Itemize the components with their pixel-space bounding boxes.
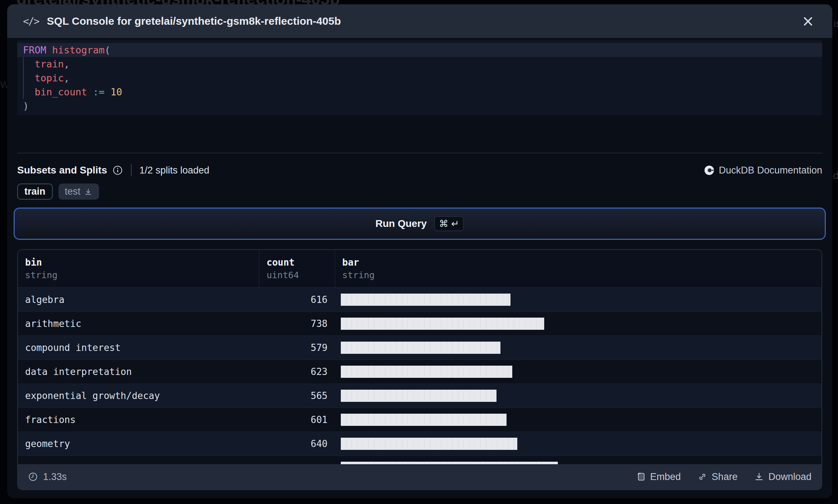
histogram-bar — [341, 390, 496, 402]
table-row: arithmetic738 — [18, 312, 821, 336]
background-fragment: is — [834, 18, 838, 29]
code-token-name: bin_count — [35, 86, 87, 98]
cell-bar — [335, 360, 821, 384]
enter-key-icon: ↵ — [451, 218, 459, 229]
subsets-section-header: Subsets and Splits 1/2 splits loaded — [17, 164, 822, 176]
column-name: bar — [342, 257, 814, 268]
code-icon: </> — [23, 15, 39, 27]
close-icon[interactable]: × — [800, 14, 816, 29]
code-token-punct — [87, 86, 93, 98]
run-query-button[interactable]: Run Query ⌘ ↵ — [14, 208, 826, 240]
column-header-bin: binstring — [18, 250, 259, 287]
cell-count: 565 — [259, 390, 335, 401]
run-query-label: Run Query — [376, 218, 427, 229]
code-token-punct: ( — [105, 44, 110, 56]
keyboard-shortcut-badge: ⌘ ↵ — [434, 216, 464, 231]
cell-bar — [335, 288, 821, 312]
code-token-number: 10 — [110, 86, 122, 98]
column-header-count: countuint64 — [259, 250, 335, 287]
modal-title: SQL Console for gretelai/synthetic-gsm8k… — [47, 15, 800, 27]
histogram-bar — [341, 414, 507, 426]
table-row: exponential growth/decay565 — [18, 384, 821, 408]
cell-bar — [335, 336, 821, 360]
cell-bar — [335, 408, 821, 432]
table-row: compound interest579 — [18, 336, 821, 360]
split-chip-train[interactable]: train — [17, 184, 53, 200]
histogram-bar — [341, 462, 558, 464]
code-token-keyword: FROM — [23, 44, 46, 56]
code-line: bin_count := 10 — [17, 85, 822, 99]
cell-bin: algebra — [18, 294, 259, 305]
column-type: uint64 — [267, 270, 328, 280]
code-token-name: histogram — [52, 44, 104, 56]
duckdb-documentation-label: DuckDB Documentation — [719, 165, 822, 176]
code-token-punct — [23, 72, 35, 84]
code-line: ) — [17, 99, 822, 113]
code-token-name: topic — [35, 72, 64, 84]
histogram-bar — [341, 318, 544, 330]
modal-header: </> SQL Console for gretelai/synthetic-g… — [7, 4, 832, 38]
code-token-punct: , — [64, 72, 70, 84]
histogram-bar — [341, 438, 517, 450]
table-row — [18, 456, 821, 464]
cell-count: 616 — [259, 294, 335, 305]
results-footer: 1.33s Embed — [18, 464, 821, 489]
code-token-punct — [23, 86, 35, 98]
command-key-icon: ⌘ — [439, 218, 448, 229]
column-type: string — [25, 270, 252, 280]
table-row: fractions601 — [18, 408, 821, 432]
embed-button[interactable]: Embed — [636, 471, 681, 482]
code-token-operator: := — [93, 86, 105, 98]
cell-bar — [335, 384, 821, 408]
download-button[interactable]: Download — [754, 471, 811, 482]
sql-console-modal: </> SQL Console for gretelai/synthetic-g… — [7, 4, 832, 498]
table-row: geometry640 — [18, 432, 821, 456]
split-chip-test[interactable]: test — [58, 184, 99, 200]
query-results-card: binstringcountuint64barstring algebra616… — [17, 249, 822, 490]
results-table-header: binstringcountuint64barstring — [18, 250, 821, 288]
embed-label: Embed — [650, 471, 681, 482]
cell-bin: arithmetic — [18, 318, 259, 329]
sql-editor[interactable]: FROM histogram( train, topic, bin_count … — [17, 40, 822, 115]
code-token-name: train — [35, 58, 64, 70]
cell-count: 640 — [259, 438, 335, 449]
query-duration-value: 1.33s — [43, 471, 67, 482]
code-token-punct: , — [64, 58, 70, 70]
cell-count: 623 — [259, 366, 335, 377]
code-token-punct — [105, 86, 110, 98]
code-token-punct — [46, 44, 52, 56]
cell-bin: geometry — [18, 438, 259, 449]
split-chip-label: train — [24, 186, 46, 197]
split-chip-label: test — [65, 186, 81, 197]
split-chips: train test — [17, 184, 822, 200]
column-name: bin — [25, 257, 252, 268]
download-split-icon — [84, 187, 93, 196]
section-divider — [17, 153, 822, 153]
cell-count: 601 — [259, 414, 335, 425]
code-line: FROM histogram( — [17, 43, 822, 57]
code-token-punct: ) — [23, 100, 29, 111]
cell-bar — [335, 312, 821, 336]
query-duration: 1.33s — [28, 471, 67, 482]
cell-bin: compound interest — [18, 342, 259, 353]
duckdb-logo-icon — [704, 165, 715, 176]
column-name: count — [267, 257, 328, 268]
share-button[interactable]: Share — [697, 471, 738, 482]
cell-bar — [335, 432, 821, 456]
background-fragment: d — [833, 170, 838, 181]
histogram-bar — [341, 366, 512, 378]
info-icon[interactable] — [112, 165, 123, 176]
table-row: algebra616 — [18, 288, 821, 312]
column-type: string — [342, 270, 814, 280]
code-line: topic, — [17, 71, 822, 85]
duckdb-documentation-link[interactable]: DuckDB Documentation — [704, 165, 822, 176]
histogram-bar — [341, 342, 500, 354]
cell-bin: data interpretation — [18, 366, 259, 377]
table-row: data interpretation623 — [18, 360, 821, 384]
code-line: train, — [17, 57, 822, 71]
page-background: gretelai/synthetic-gsm8k-reflection-405b… — [0, 0, 838, 504]
column-header-bar: barstring — [335, 250, 821, 287]
modal-body: FROM histogram( train, topic, bin_count … — [7, 38, 832, 498]
embed-icon — [636, 472, 646, 482]
results-table-scroll-area[interactable]: binstringcountuint64barstring algebra616… — [18, 250, 821, 464]
